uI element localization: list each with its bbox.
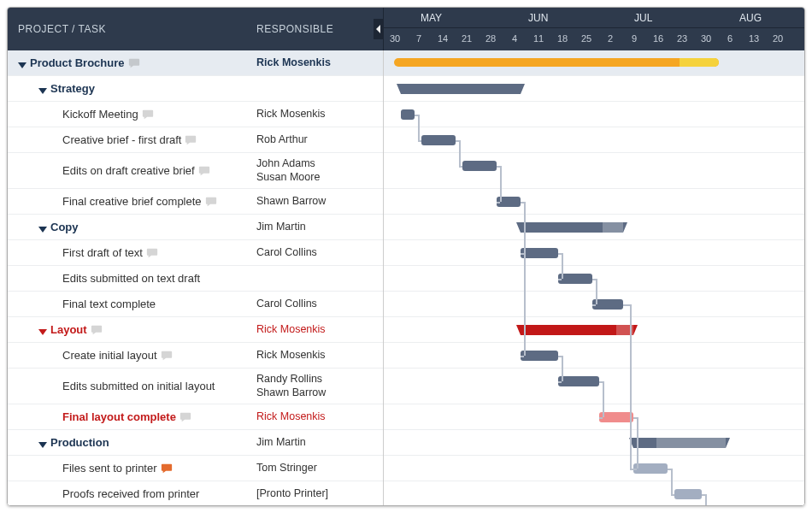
gantt-bar[interactable] (599, 412, 633, 422)
gantt-chart[interactable] (384, 50, 804, 505)
task-name: Product Brochure (30, 56, 125, 69)
task-row[interactable]: Creative brief - first draftRob Arthur (8, 127, 383, 153)
task-name: Final text complete (62, 298, 156, 310)
timeline-months: MAYJUNJULAUG (384, 8, 804, 28)
day-label: 2 (599, 33, 621, 44)
responsible-cell: Rick Mosenkis (256, 410, 383, 424)
day-label: 21 (456, 33, 478, 44)
comment-icon[interactable] (205, 196, 217, 208)
gantt-bar[interactable] (421, 135, 456, 145)
comment-icon[interactable] (146, 247, 158, 259)
comment-icon[interactable] (179, 411, 191, 423)
task-name: First draft of text (62, 246, 143, 259)
task-name: Strategy (50, 82, 95, 95)
gantt-summary-bar[interactable] (401, 84, 521, 94)
responsible-cell: Tom Stringer (256, 462, 383, 475)
responsible-cell: Rick Mosenkis (256, 108, 383, 121)
gantt-bar[interactable] (462, 161, 497, 171)
task-row[interactable]: Edits submitted on text draft (8, 266, 383, 292)
task-name: Kickoff Meeting (62, 108, 138, 121)
gantt-bar[interactable] (633, 463, 668, 474)
task-row[interactable]: Proofs received from printer[Pronto Prin… (8, 481, 383, 505)
gantt-bar[interactable] (558, 376, 599, 386)
expand-toggle-icon[interactable] (18, 59, 26, 68)
gantt-bar[interactable] (394, 58, 719, 67)
responsible-cell: John AdamsSusan Moore (256, 157, 383, 184)
comment-icon[interactable] (185, 134, 197, 146)
header-task-column[interactable]: PROJECT / TASK (8, 8, 256, 50)
task-name: Proofs received from printer (62, 487, 199, 500)
comment-icon[interactable] (161, 463, 173, 475)
responsible-cell: [Pronto Printer] (256, 487, 383, 501)
day-label: 14 (432, 33, 454, 44)
task-row[interactable]: Product BrochureRick Mosenkis (8, 50, 383, 76)
header-timeline: MAYJUNJULAUG 307142128411182529162330613… (384, 8, 804, 50)
day-label: 30 (695, 33, 717, 44)
collapse-left-panel-button[interactable] (374, 19, 384, 39)
gantt-row (384, 369, 804, 404)
expand-toggle-icon[interactable] (38, 326, 47, 334)
day-label: 4 (503, 33, 526, 44)
gantt-bar[interactable] (401, 109, 415, 120)
header: PROJECT / TASK RESPONSIBLE MAYJUNJULAUG … (8, 8, 804, 50)
task-row[interactable]: Strategy (8, 76, 383, 102)
gantt-bar[interactable] (521, 248, 558, 258)
task-name: Edits submitted on initial layout (62, 380, 215, 392)
task-row[interactable]: Final text completeCarol Collins (8, 292, 383, 317)
gantt-summary-bar[interactable] (633, 438, 726, 448)
task-row[interactable]: ProductionJim Martin (8, 430, 383, 456)
header-left: PROJECT / TASK RESPONSIBLE (8, 8, 384, 50)
day-label: 28 (480, 33, 502, 44)
gantt-row (384, 481, 804, 505)
expand-toggle-icon[interactable] (38, 439, 47, 447)
day-label: 20 (767, 33, 789, 44)
expand-toggle-icon[interactable] (38, 223, 47, 232)
gantt-row (384, 430, 804, 456)
task-row[interactable]: First draft of textCarol Collins (8, 240, 383, 266)
task-row[interactable]: Edits submitted on initial layoutRandy R… (8, 369, 383, 404)
day-label: 11 (527, 33, 550, 44)
gantt-row (384, 153, 804, 189)
expand-toggle-icon[interactable] (38, 85, 47, 93)
task-list: Product BrochureRick MosenkisStrategyKic… (8, 50, 384, 505)
task-row[interactable]: Final layout completeRick Mosenkis (8, 404, 383, 430)
month-label: JUN (528, 8, 548, 24)
gantt-summary-bar[interactable] (521, 325, 633, 335)
gantt-row (384, 404, 804, 430)
responsible-cell: Jim Martin (256, 436, 383, 450)
task-name: Edits on draft creative brief (62, 164, 195, 177)
task-row[interactable]: Edits on draft creative briefJohn AdamsS… (8, 153, 383, 189)
month-label: JUL (634, 8, 652, 24)
task-name: Layout (50, 323, 87, 336)
gantt-row (384, 240, 804, 266)
day-label: 18 (551, 33, 574, 44)
task-row[interactable]: Files sent to printerTom Stringer (8, 456, 383, 481)
gantt-bar[interactable] (521, 351, 558, 361)
gantt-summary-bar[interactable] (521, 222, 623, 233)
task-row[interactable]: Final creative brief completeShawn Barro… (8, 189, 383, 215)
gantt-row (384, 343, 804, 369)
comment-icon[interactable] (128, 57, 140, 69)
task-row[interactable]: CopyJim Martin (8, 215, 383, 240)
task-row[interactable]: LayoutRick Mosenkis (8, 317, 383, 343)
responsible-cell: Carol Collins (256, 298, 383, 311)
gantt-bar[interactable] (558, 274, 592, 284)
header-responsible-column[interactable]: RESPONSIBLE (256, 8, 383, 50)
comment-icon[interactable] (198, 165, 210, 177)
responsible-cell: Carol Collins (256, 246, 383, 260)
day-label: 13 (743, 33, 765, 44)
timeline-days: 30714212841118252916233061320 (384, 28, 804, 50)
task-row[interactable]: Create initial layoutRick Mosenkis (8, 343, 383, 369)
body: Product BrochureRick MosenkisStrategyKic… (8, 50, 804, 505)
task-name: Final creative brief complete (62, 195, 202, 208)
task-row[interactable]: Kickoff MeetingRick Mosenkis (8, 102, 383, 127)
comment-icon[interactable] (161, 350, 173, 362)
comment-icon[interactable] (91, 324, 103, 336)
gantt-bar[interactable] (674, 489, 702, 499)
day-label: 25 (575, 33, 597, 44)
day-label: 23 (671, 33, 693, 44)
responsible-cell: Rob Arthur (256, 133, 383, 147)
gantt-row (384, 102, 804, 127)
gantt-row (384, 456, 804, 481)
comment-icon[interactable] (142, 109, 154, 121)
